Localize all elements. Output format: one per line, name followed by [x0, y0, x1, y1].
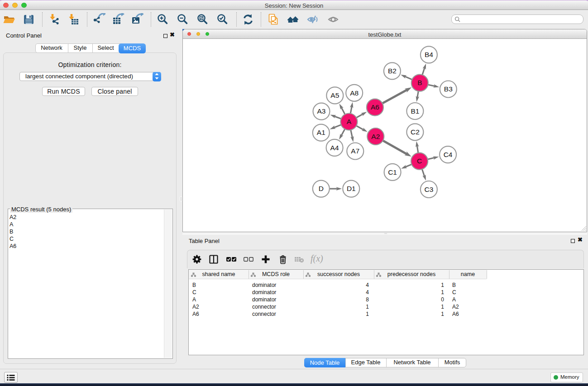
- svg-text:B3: B3: [444, 85, 453, 93]
- svg-text:A5: A5: [330, 91, 339, 99]
- svg-text:A3: A3: [317, 107, 326, 115]
- svg-text:C: C: [417, 157, 422, 165]
- svg-text:B4: B4: [425, 51, 433, 58]
- svg-text:A4: A4: [330, 144, 339, 152]
- svg-text:C4: C4: [444, 151, 453, 158]
- svg-text:A8: A8: [350, 89, 359, 97]
- svg-text:A6: A6: [371, 103, 379, 111]
- svg-text:B: B: [417, 79, 422, 86]
- svg-text:A2: A2: [371, 133, 380, 140]
- svg-text:B2: B2: [388, 67, 397, 75]
- svg-text:A1: A1: [317, 129, 325, 136]
- svg-text:C3: C3: [424, 186, 433, 193]
- svg-text:C1: C1: [388, 168, 397, 176]
- svg-text:A7: A7: [351, 147, 359, 155]
- svg-text:C2: C2: [411, 128, 420, 136]
- svg-text:A: A: [347, 118, 352, 125]
- svg-text:D: D: [319, 185, 324, 192]
- svg-text:D1: D1: [347, 185, 356, 192]
- svg-text:B1: B1: [411, 107, 419, 115]
